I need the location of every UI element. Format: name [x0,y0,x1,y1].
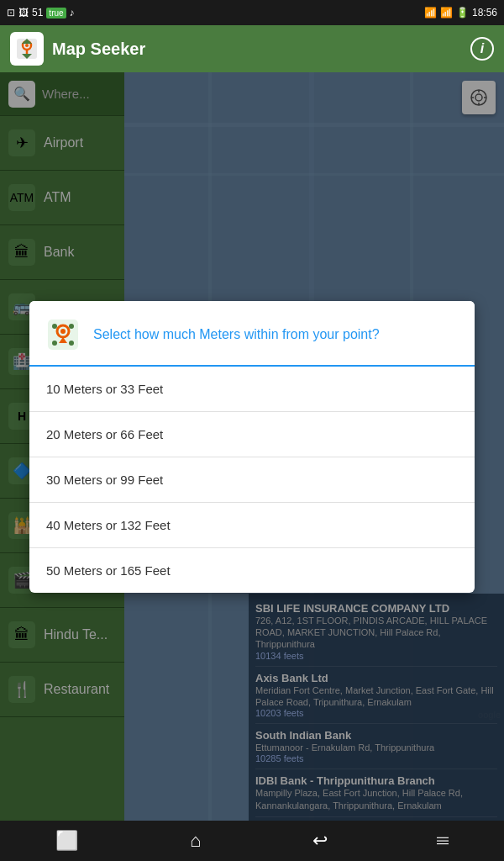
dialog-option-2[interactable]: 30 Meters or 99 Feet [29,457,475,503]
music-icon: ♪ [70,7,75,18]
status-bar: ⊡ 🖼 51 true ♪ 📶 📶 🔋 18:56 [0,0,504,25]
dialog-option-1[interactable]: 20 Meters or 66 Feet [29,412,475,457]
svg-point-14 [52,324,57,329]
app-logo-icon [10,32,44,66]
svg-point-12 [60,329,66,334]
photo-icon: 🖼 [18,7,29,18]
dialog-option-0[interactable]: 10 Meters or 33 Feet [29,367,475,412]
signal-icon: 📶 [440,7,453,18]
dialog-option-4[interactable]: 50 Meters or 165 Feet [29,548,475,593]
menu-button[interactable]: ||| [437,837,450,846]
svg-point-2 [25,44,29,47]
status-right-icons: 📶 📶 🔋 18:56 [424,7,497,18]
svg-point-15 [69,324,74,329]
bottom-nav: ⬜ ⌂ ↩ ||| [0,821,504,861]
dialog-header: Select how much Meters within from your … [29,301,475,367]
main-content: 🔍 Where... ✈ Airport ATM ATM 🏛 Bank 🚌 🏥 [0,72,504,821]
true-badge: true [46,8,66,18]
dialog-icon [43,314,83,355]
svg-point-16 [52,341,57,346]
wifi-icon: 📶 [424,7,437,18]
dialog: Select how much Meters within from your … [29,301,475,593]
info-button[interactable]: i [470,37,494,61]
svg-rect-10 [48,320,78,350]
app-header: Map Seeker i [0,25,504,72]
recent-apps-button[interactable]: ⬜ [55,830,78,852]
home-button[interactable]: ⌂ [190,830,201,852]
status-left-icons: ⊡ 🖼 51 true ♪ [7,7,75,18]
back-button[interactable]: ↩ [312,830,328,852]
dialog-overlay[interactable]: Select how much Meters within from your … [0,72,504,821]
svg-point-17 [69,341,74,346]
clock: 18:56 [472,7,497,18]
notification-51: 51 [32,7,43,18]
app-header-left: Map Seeker [10,32,145,66]
dialog-title: Select how much Meters within from your … [93,327,380,342]
dialog-option-3[interactable]: 40 Meters or 132 Feet [29,503,475,548]
battery-icon: 🔋 [456,7,469,18]
app-title: Map Seeker [52,40,145,59]
screen-icon: ⊡ [7,7,15,18]
